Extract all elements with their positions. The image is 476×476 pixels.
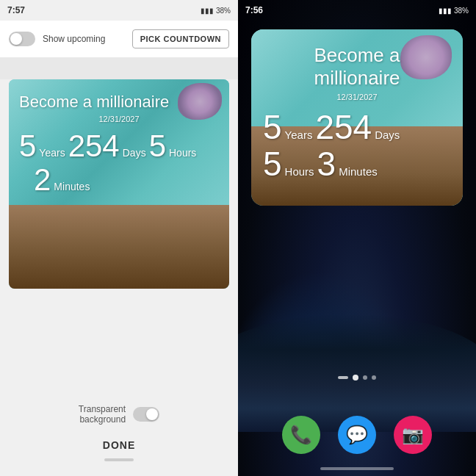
transparent-toggle[interactable] xyxy=(133,407,159,422)
messages-icon: 💬 xyxy=(346,425,368,445)
right-years-label: Years xyxy=(285,129,313,141)
dot-lines xyxy=(338,376,348,379)
controls-bar: Show upcoming PICK COUNTDOWN xyxy=(0,21,238,57)
years-number-left: 5 xyxy=(19,131,36,162)
bottom-handle xyxy=(104,458,134,461)
status-time-left: 7:57 xyxy=(7,5,25,15)
right-countdown-row2: 5 Hours 3 Minutes xyxy=(263,147,451,181)
bottom-controls: Transparent background DONE xyxy=(0,289,238,476)
dot-2 xyxy=(363,375,367,380)
status-bar-left: 7:57 ▮▮▮ 38% xyxy=(0,0,238,21)
status-bar-right: 7:56 ▮▮▮ 38% xyxy=(238,0,476,21)
signal-icon: ▮▮▮ xyxy=(201,7,214,15)
home-indicator-right xyxy=(320,467,394,470)
gray-spacer xyxy=(0,57,238,79)
phone-dock-icon[interactable]: 📞 xyxy=(282,416,320,454)
status-icons-left: ▮▮▮ 38% xyxy=(201,7,231,15)
right-widget: Become a millionaire 12/31/2027 5 Years … xyxy=(251,29,463,206)
right-days-label: Days xyxy=(375,129,400,141)
status-time-right: 7:56 xyxy=(245,5,263,15)
planet-horizon xyxy=(238,314,476,432)
minutes-label-left: Minutes xyxy=(54,181,90,192)
years-label-left: Years xyxy=(39,147,65,159)
days-number-left: 254 xyxy=(68,131,120,162)
show-upcoming-toggle[interactable] xyxy=(9,32,35,46)
dots-indicator xyxy=(238,375,476,381)
right-widget-date: 12/31/2027 xyxy=(263,93,451,101)
days-label-left: Days xyxy=(123,147,146,159)
left-panel: 7:57 ▮▮▮ 38% Show upcoming PICK COUNTDOW… xyxy=(0,0,238,476)
widget-text-overlay-left: Become a millionaire 12/31/2027 5 Years … xyxy=(9,79,229,289)
hours-number-left: 5 xyxy=(149,131,166,162)
phone-icon: 📞 xyxy=(290,425,312,445)
widget-preview-left: Become a millionaire 12/31/2027 5 Years … xyxy=(9,79,229,289)
dot-active xyxy=(353,375,358,381)
pick-countdown-button[interactable]: PICK COUNTDOWN xyxy=(132,29,229,48)
right-widget-overlay: Become a millionaire 12/31/2027 5 Years … xyxy=(251,29,463,206)
widget-date-left: 12/31/2027 xyxy=(19,115,219,123)
camera-icon: 📷 xyxy=(402,425,424,445)
right-days-number: 254 xyxy=(315,110,372,144)
right-hours-number: 5 xyxy=(263,147,282,181)
dock: 📞 💬 📷 xyxy=(238,416,476,454)
status-icons-right: ▮▮▮ 38% xyxy=(439,7,469,15)
minutes-number-left: 2 xyxy=(34,165,51,195)
show-upcoming-label: Show upcoming xyxy=(43,34,125,44)
camera-dock-icon[interactable]: 📷 xyxy=(394,416,432,454)
battery-text: 38% xyxy=(216,7,231,15)
messages-dock-icon[interactable]: 💬 xyxy=(338,416,376,454)
right-hours-label: Hours xyxy=(285,165,314,178)
transparent-label: Transparent background xyxy=(79,404,126,425)
hours-label-left: Hours xyxy=(169,147,196,159)
signal-icon-right: ▮▮▮ xyxy=(439,7,452,15)
countdown-row1-left: 5 Years 254 Days 5 Hours xyxy=(19,131,219,162)
right-countdown-row1: 5 Years 254 Days xyxy=(263,110,451,144)
right-years-number: 5 xyxy=(263,110,282,144)
transparent-background-row: Transparent background xyxy=(79,404,159,425)
done-button[interactable]: DONE xyxy=(103,439,135,451)
dot-3 xyxy=(372,375,376,380)
right-widget-title: Become a millionaire xyxy=(263,44,451,90)
battery-right: 38% xyxy=(454,7,469,15)
widget-title-left: Become a millionaire xyxy=(19,93,219,112)
right-minutes-label: Minutes xyxy=(339,165,378,178)
right-panel: 7:56 ▮▮▮ 38% Become a millionaire 12/31/… xyxy=(238,0,476,476)
countdown-row2-left: 2 Minutes xyxy=(19,165,219,195)
right-minutes-number: 3 xyxy=(317,147,336,181)
